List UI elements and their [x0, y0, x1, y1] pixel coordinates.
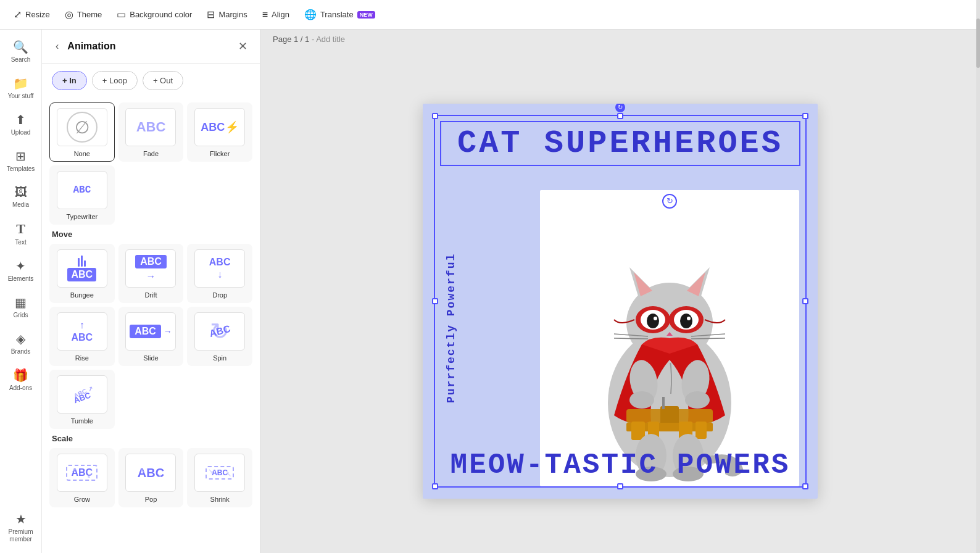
sidebar-item-elements[interactable]: ✦ Elements	[2, 254, 39, 288]
basic-animation-grid: ∅ None ABC Fade ABC	[49, 102, 252, 162]
tab-out[interactable]: + Out	[143, 71, 183, 90]
resize-icon: ⤢	[14, 9, 22, 20]
anim-none-thumb: ∅	[57, 108, 107, 146]
cat-svg	[552, 199, 787, 483]
animation-tabs: + In + Loop + Out	[42, 64, 260, 98]
canvas-subtitle-vertical[interactable]: Purrfectly Powerful	[445, 199, 457, 403]
sidebar-item-premium[interactable]: ★ Premium member	[2, 507, 39, 548]
sidebar-item-templates[interactable]: ⊞ Templates	[2, 144, 39, 178]
background-color-button[interactable]: ▭ Background color	[110, 5, 198, 24]
add-title-text: - Add title	[312, 35, 345, 44]
sidebar-item-your-stuff-label: Your stuff	[8, 93, 34, 100]
margins-label: Margins	[218, 10, 247, 19]
resize-handle-lm[interactable]	[432, 298, 438, 304]
sidebar-item-brands[interactable]: ◈ Brands	[2, 326, 39, 360]
anim-slide[interactable]: ABC → Slide	[118, 307, 184, 366]
sidebar-item-your-stuff[interactable]: 📁 Your stuff	[2, 71, 39, 105]
anim-none[interactable]: ∅ None	[49, 102, 115, 162]
canvas-wrapper[interactable]: ↻ CAT SUPERHEROES Purrfectly Powerful ↻	[260, 49, 980, 553]
resize-handle-tl[interactable]	[432, 113, 438, 119]
resize-handle-tr[interactable]	[802, 113, 808, 119]
anim-pop[interactable]: ↖ ↘ ABC Pop	[118, 448, 184, 507]
theme-icon: ◎	[65, 9, 73, 20]
scale-section-label: Scale	[52, 434, 250, 443]
anim-spin[interactable]: ↻ ABC Spin	[187, 307, 252, 366]
brands-icon: ◈	[16, 331, 25, 346]
anim-flicker-label: Flicker	[210, 150, 230, 157]
anim-fade[interactable]: ABC Fade	[118, 102, 184, 162]
tab-in[interactable]: + In	[52, 71, 87, 90]
resize-handle-tm[interactable]	[617, 113, 623, 119]
panel-back-button[interactable]: ‹	[52, 40, 62, 53]
sidebar-item-grids-label: Grids	[14, 312, 28, 319]
resize-label: Resize	[25, 10, 50, 19]
sidebar-item-add-ons[interactable]: 🎁 Add-ons	[2, 363, 39, 397]
anim-bungee-thumb: ABC	[57, 249, 107, 288]
sidebar-item-grids[interactable]: ▦ Grids	[2, 290, 39, 324]
rotate-handle[interactable]: ↻	[615, 104, 625, 112]
background-color-icon: ▭	[117, 9, 126, 20]
anim-shrink[interactable]: ↘ ↖ ABC Shrink	[187, 448, 252, 507]
align-button[interactable]: ≡ Align	[256, 6, 296, 24]
resize-handle-br[interactable]	[802, 483, 808, 489]
none-circle: ∅	[67, 112, 98, 143]
rotate-indicator[interactable]: ↻	[662, 194, 677, 209]
anim-spin-label: Spin	[213, 354, 226, 362]
grids-icon: ▦	[15, 295, 27, 310]
page-info-bar: Page 1 / 1 - Add title	[260, 30, 980, 49]
resize-handle-bl[interactable]	[432, 483, 438, 489]
toolbar: ⤢ Resize ◎ Theme ▭ Background color ⊟ Ma…	[0, 0, 980, 30]
anim-slide-thumb: ABC →	[125, 312, 176, 351]
anim-spin-thumb: ↻ ABC	[194, 312, 245, 351]
design-canvas[interactable]: ↻ CAT SUPERHEROES Purrfectly Powerful ↻	[423, 104, 818, 499]
anim-typewriter-label: Typewriter	[66, 213, 98, 220]
canvas-title-text[interactable]: CAT SUPERHEROES	[440, 121, 800, 166]
anim-rise[interactable]: ↑ ABC Rise	[49, 307, 115, 366]
typewriter-grid: ABC Typewriter	[49, 165, 252, 225]
anim-rise-label: Rise	[75, 354, 89, 362]
sidebar-item-media[interactable]: 🖼 Media	[2, 180, 39, 214]
animation-scroll-area[interactable]: ∅ None ABC Fade ABC	[42, 98, 260, 553]
sidebar-item-premium-label: Premium member	[6, 528, 36, 543]
add-ons-icon: 🎁	[13, 368, 28, 383]
anim-slide-label: Slide	[143, 354, 158, 362]
anim-tumble-label: Tumble	[71, 417, 93, 425]
panel-title: Animation	[67, 41, 231, 52]
resize-handle-rm[interactable]	[802, 298, 808, 304]
anim-drift-thumb: ABC →	[125, 249, 176, 288]
sidebar-item-elements-label: Elements	[8, 275, 34, 283]
panel-close-button[interactable]: ✕	[236, 38, 250, 54]
canvas-bottom-text[interactable]: MEOW-TASTIC POWERS	[429, 449, 812, 481]
theme-label: Theme	[77, 10, 102, 19]
anim-tumble[interactable]: ABC ↗ ABC Tumble	[49, 370, 115, 429]
translate-icon: 🌐	[304, 9, 317, 20]
anim-bungee[interactable]: ABC Bungee	[49, 244, 115, 303]
anim-drop-label: Drop	[212, 291, 227, 299]
move-section-label: Move	[52, 230, 250, 239]
anim-drift[interactable]: ABC → Drift	[118, 244, 184, 303]
anim-drift-label: Drift	[144, 291, 157, 299]
media-icon: 🖼	[15, 185, 27, 199]
anim-typewriter[interactable]: ABC Typewriter	[49, 165, 115, 225]
tab-loop[interactable]: + Loop	[92, 71, 138, 90]
page-info-text: Page 1 / 1	[273, 35, 309, 44]
svg-point-31	[629, 391, 654, 409]
anim-flicker[interactable]: ABC ⚡ Flicker	[187, 102, 252, 162]
translate-button[interactable]: 🌐 Translate NEW	[298, 5, 381, 24]
theme-button[interactable]: ◎ Theme	[59, 5, 108, 24]
anim-none-label: None	[74, 150, 90, 157]
anim-drop-thumb: ABC ↓	[194, 249, 245, 288]
sidebar-item-add-ons-label: Add-ons	[9, 385, 32, 392]
resize-button[interactable]: ⤢ Resize	[7, 5, 56, 24]
elements-icon: ✦	[15, 259, 26, 273]
margins-button[interactable]: ⊟ Margins	[201, 5, 253, 24]
translate-new-badge: NEW	[357, 11, 375, 19]
sidebar-item-text[interactable]: T Text	[2, 216, 39, 251]
anim-drop[interactable]: ABC ↓ Drop	[187, 244, 252, 303]
anim-grow[interactable]: ↗ ↙ ABC Grow	[49, 448, 115, 507]
sidebar-item-upload[interactable]: ⬆ Upload	[2, 107, 39, 141]
anim-typewriter-thumb: ABC	[57, 171, 107, 209]
canvas-cat-image[interactable]: ↻	[540, 190, 799, 486]
sidebar-item-search[interactable]: 🔍 Search	[2, 35, 39, 69]
anim-pop-thumb: ↖ ↘ ABC	[125, 454, 176, 492]
